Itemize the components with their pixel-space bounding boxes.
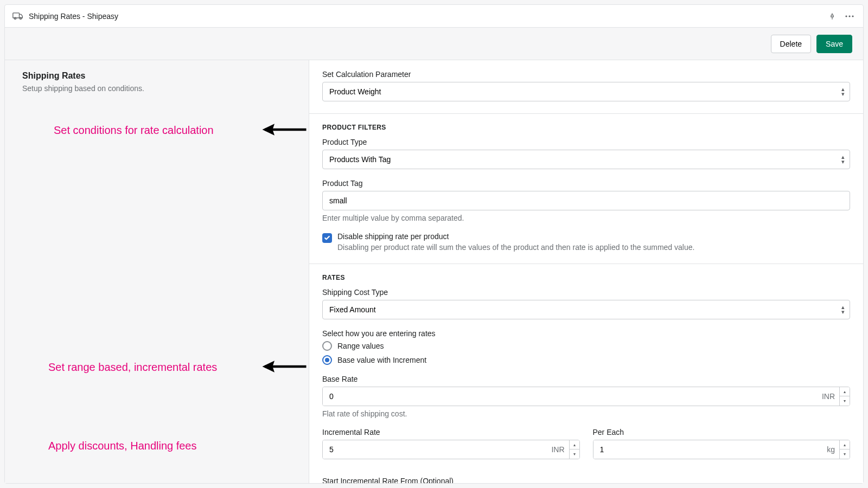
svg-point-1 <box>14 17 16 19</box>
more-icon[interactable] <box>844 10 856 22</box>
svg-rect-0 <box>13 12 20 17</box>
base-rate-input[interactable] <box>323 387 818 406</box>
disable-per-product-help: Disabling per product rate will sum the … <box>337 243 694 252</box>
base-rate-suffix: INR <box>818 387 839 406</box>
per-each-suffix: kg <box>822 440 839 459</box>
calc-param-label: Set Calculation Parameter <box>322 70 850 79</box>
titlebar: Shipping Rates - Shipeasy <box>5 5 863 28</box>
arrow-icon <box>260 119 309 140</box>
product-tag-help: Enter multiple value by comma separated. <box>322 214 850 222</box>
base-rate-label: Base Rate <box>322 375 850 383</box>
save-button[interactable]: Save <box>816 35 852 53</box>
action-bar: Delete Save <box>5 28 863 60</box>
stepper-down[interactable]: ▾ <box>570 450 579 459</box>
calc-param-select[interactable]: Product Weight <box>322 82 850 101</box>
radio-range-values[interactable]: Range values <box>322 341 850 351</box>
radio-base-increment[interactable]: Base value with Increment <box>322 355 850 365</box>
stepper-up[interactable]: ▴ <box>840 387 850 396</box>
radio-icon <box>322 341 332 351</box>
base-rate-help: Flat rate of shipping cost. <box>322 409 850 418</box>
app-title: Shipping Rates - Shipeasy <box>29 12 118 21</box>
arrow-icon <box>260 356 309 377</box>
cost-type-select[interactable]: Fixed Amount <box>322 300 850 319</box>
svg-point-5 <box>852 15 853 17</box>
pin-icon[interactable] <box>826 10 838 22</box>
disable-per-product-checkbox[interactable] <box>322 233 332 243</box>
annotation-3: Apply discounts, Handling fees <box>48 440 197 452</box>
per-each-label: Per Each <box>593 428 851 436</box>
product-tag-input[interactable] <box>322 191 850 210</box>
page-subtitle: Setup shipping based on conditions. <box>22 84 291 93</box>
rate-entry-label: Select how you are entering rates <box>322 329 850 338</box>
radio-range-label: Range values <box>337 342 384 350</box>
stepper-down[interactable]: ▾ <box>840 396 850 406</box>
svg-point-2 <box>20 17 21 19</box>
incremental-rate-label: Incremental Rate <box>322 428 580 436</box>
disable-per-product-label: Disable shipping rate per product <box>337 232 694 241</box>
form-panel: Set Calculation Parameter Product Weight… <box>309 60 863 483</box>
product-tag-label: Product Tag <box>322 179 850 188</box>
start-incremental-label: Start Incremental Rate From (Optional) <box>322 477 850 483</box>
per-each-input[interactable] <box>593 440 823 459</box>
svg-point-4 <box>848 15 850 17</box>
filters-header: PRODUCT FILTERS <box>322 124 850 131</box>
incremental-rate-suffix: INR <box>547 440 569 459</box>
stepper-down[interactable]: ▾ <box>840 450 850 459</box>
svg-point-3 <box>845 15 847 17</box>
rates-header: RATES <box>322 274 850 281</box>
annotation-1: Set conditions for rate calculation <box>54 124 214 137</box>
radio-base-label: Base value with Increment <box>337 356 426 364</box>
stepper-up[interactable]: ▴ <box>840 440 850 450</box>
incremental-rate-input[interactable] <box>323 440 547 459</box>
truck-icon <box>12 12 23 20</box>
annotation-2: Set range based, incremental rates <box>48 361 217 374</box>
page-heading: Shipping Rates <box>22 71 291 81</box>
stepper-up[interactable]: ▴ <box>570 440 579 450</box>
product-type-label: Product Type <box>322 138 850 146</box>
left-column: Shipping Rates Setup shipping based on c… <box>5 60 309 483</box>
radio-icon <box>322 355 332 365</box>
cost-type-label: Shipping Cost Type <box>322 288 850 297</box>
delete-button[interactable]: Delete <box>771 35 811 53</box>
product-type-select[interactable]: Products With Tag <box>322 150 850 169</box>
